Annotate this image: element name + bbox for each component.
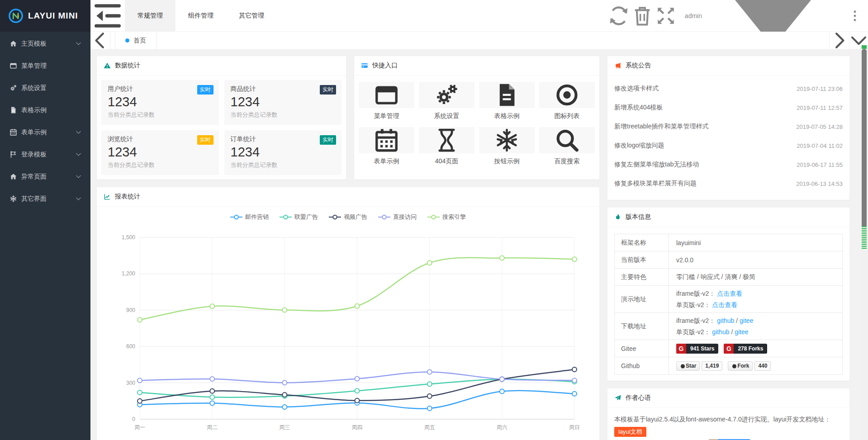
hourglass-icon [419,127,474,153]
search-icon [539,127,595,153]
quick-entry-5[interactable]: 404页面 [419,127,474,166]
file-icon [479,82,535,108]
more-menu-button[interactable] [848,0,862,32]
vertical-dots-icon [848,9,862,23]
refresh-button[interactable] [607,0,631,32]
quick-entry-0[interactable]: 菜单管理 [359,82,414,120]
stat-sublabel: 当前分类总记录数 [231,161,336,169]
svg-text:周四: 周四 [352,424,363,431]
quick-entry-2[interactable]: 表格示例 [479,82,535,120]
legend-label: 视频广告 [344,213,367,221]
legend-item-4[interactable]: 搜索引擎 [427,213,466,221]
home-icon [9,173,17,180]
chevron-down-icon [76,174,81,180]
svg-text:周一: 周一 [134,424,145,431]
quick-entry-1[interactable]: 系统设置 [419,82,474,120]
announcement-date: 2019-07-11 12:57 [792,104,843,111]
announcement-text: 新增treetable插件和菜单管理样式 [614,123,708,131]
quick-entry-3[interactable]: 图标列表 [539,82,595,120]
nav-tab-0[interactable]: 常规管理 [125,0,175,31]
gitee-badge[interactable]: G941 Stars [676,344,718,354]
legend-marker [427,214,440,220]
fullscreen-button[interactable] [654,0,678,32]
author-text: 本模板基于layui2.5.4以及font-awesome-4.7.0进行实现。… [607,408,849,440]
quick-entry-7[interactable]: 百度搜索 [539,127,595,166]
stat-value: 1234 [231,95,336,109]
github-star-count[interactable]: 1,419 [702,361,722,371]
svg-text:周六: 周六 [497,424,508,431]
sidebar-item-3[interactable]: 表格示例 [0,99,90,121]
logo[interactable]: LAYUI MINI [0,0,90,32]
legend-item-3[interactable]: 直接访问 [378,213,417,221]
github-fork-count[interactable]: 440 [754,361,771,371]
github-star-button[interactable]: Star [676,361,700,371]
version-row-5: GiteeG941 StarsG278 Forks [615,340,842,357]
version-row-value: layuimini [669,234,842,251]
link-点击查看[interactable]: 点击查看 [717,290,742,297]
sidebar-item-label: 表格示例 [21,106,81,114]
author-line-2: 技术交流QQ群（667810940）：加入QQ群（加群请备注来源：如gitee） [614,438,843,440]
quick-entry-6[interactable]: 按钮示例 [479,127,535,166]
clear-cache-button[interactable] [631,0,654,32]
scrollbar-thumb[interactable] [862,49,867,237]
announcement-date: 2019-06-13 14:53 [792,180,843,187]
chart-legend: 邮件营销联盟广告视频广告直接访问搜索引擎 [97,212,599,222]
gitee-badge[interactable]: G278 Forks [724,344,767,354]
version-row-value: iframe版-v2： github / gitee单页版-v2： github… [669,313,842,340]
link-gitee[interactable]: gitee [735,328,748,336]
sidebar-item-0[interactable]: 主页模板 [0,33,90,55]
sidebar-item-label: 表单示例 [21,128,76,137]
link-点击查看[interactable]: 点击查看 [712,301,737,308]
tabs-scroll-left-button[interactable] [90,32,110,49]
realtime-badge: 实时 [320,85,336,95]
layui-doc-badge[interactable]: layui文档 [614,427,646,437]
outdent-icon [90,0,125,33]
legend-item-2[interactable]: 视频广告 [329,213,367,221]
chevron-left-icon [90,31,110,50]
sidebar-item-6[interactable]: 异常页面 [0,166,90,188]
chevron-down-icon [76,41,81,47]
link-github[interactable]: github [712,328,729,336]
version-row-value: Star1,419Fork440 [669,357,842,374]
sidebar-item-4[interactable]: 表单示例 [0,121,90,143]
svg-text:周日: 周日 [569,424,580,431]
home-icon [9,40,17,47]
nav-tab-2[interactable]: 其它管理 [226,0,277,31]
gears-icon [419,82,474,108]
quick-entry-label: 百度搜索 [539,157,595,166]
sidebar-item-5[interactable]: 登录模板 [0,143,90,166]
link-gitee[interactable]: gitee [740,317,753,324]
version-table: 框架名称layuimini当前版本v2.0.0主要特色零门槛 / 响应式 / 清… [614,234,843,375]
stat-label: 用户统计 [108,85,213,93]
nav-tab-1[interactable]: 组件管理 [175,0,226,31]
stat-sublabel: 当前分类总记录数 [108,161,213,169]
sidebar-item-7[interactable]: 其它界面 [0,188,90,210]
legend-item-0[interactable]: 邮件营销 [230,213,269,221]
tabs-scroll-right-button[interactable] [829,32,849,49]
sidebar-item-2[interactable]: 系统设置 [0,77,90,99]
link-github[interactable]: github [717,317,734,324]
page-scrollbar[interactable] [860,45,868,440]
quick-entry-label: 表单示例 [359,157,414,166]
collapse-sidebar-button[interactable] [90,0,125,31]
scrollbar-green-marker [862,226,867,250]
version-row-label: Github [615,357,669,374]
chevron-down-icon [76,129,81,135]
quick-entry-label: 菜单管理 [359,112,414,120]
fire-icon [614,213,621,221]
github-fork-button[interactable]: Fork [728,361,753,371]
legend-item-1[interactable]: 联盟广告 [280,213,318,221]
version-row-4: 下载地址iframe版-v2： github / gitee单页版-v2： gi… [615,313,842,340]
tab-home[interactable]: 首页 [115,32,157,49]
svg-text:300: 300 [126,380,135,386]
sidebar-item-1[interactable]: 菜单管理 [0,55,90,77]
card-title: 快捷入口 [372,62,398,70]
version-row-value: G941 StarsG278 Forks [669,340,842,357]
stat-value: 1234 [108,145,213,160]
announcement-row-5: 修复多模块菜单栏展开有问题2019-06-13 14:53 [614,174,843,193]
svg-text:周五: 周五 [424,424,435,431]
quick-entry-4[interactable]: 表单示例 [359,127,414,166]
announcement-row-2: 新增treetable插件和菜单管理样式2019-07-05 14:28 [614,117,843,136]
version-row-3: 演示地址iframe版-v2： 点击查看单页版-v2： 点击查看 [615,286,842,313]
snowflake-icon [479,127,535,153]
